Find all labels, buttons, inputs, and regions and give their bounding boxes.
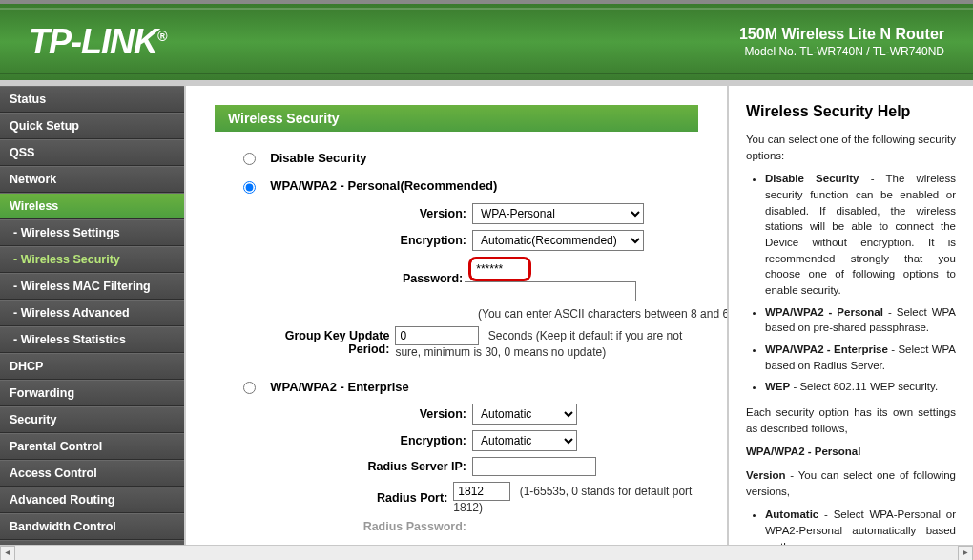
wpa-personal-option: WPA/WPA2 - Personal(Recommended) — [243, 178, 698, 193]
ent-version-select[interactable]: Automatic — [472, 404, 577, 425]
password-input[interactable] — [472, 260, 528, 278]
scroll-right-icon[interactable]: ► — [958, 546, 973, 561]
password-highlight — [468, 257, 531, 281]
product-name: 150M Wireless Lite N Router — [739, 26, 944, 43]
group-key-label: Group Key Update Period: — [272, 329, 395, 356]
password-label: Password: — [272, 272, 468, 285]
help-bullet: Disable Security - The wireless security… — [765, 171, 956, 298]
brand-logo: TP-LINK® — [29, 22, 166, 62]
sidebar-item-wireless-advanced[interactable]: - Wireless Advanced — [0, 300, 184, 326]
wpa-enterprise-label: WPA/WPA2 - Enterprise — [270, 380, 408, 394]
version-label: Version: — [272, 207, 472, 220]
radius-ip-input[interactable] — [472, 457, 596, 476]
sidebar-item-bandwidth-control[interactable]: Bandwidth Control — [0, 513, 184, 540]
help-bullet: WPA/WPA2 - Personal - Select WPA based o… — [765, 304, 956, 336]
header-info: 150M Wireless Lite N Router Model No. TL… — [739, 26, 944, 58]
radius-ip-label: Radius Server IP: — [272, 460, 472, 473]
sidebar: Status Quick Setup QSS Network Wireless … — [0, 86, 186, 560]
sidebar-item-security[interactable]: Security — [0, 406, 184, 433]
sidebar-item-qss[interactable]: QSS — [0, 139, 184, 166]
sidebar-item-wireless-security[interactable]: - Wireless Security — [0, 246, 184, 273]
sidebar-item-dhcp[interactable]: DHCP — [0, 353, 184, 380]
disable-security-option: Disable Security — [243, 151, 698, 165]
wpa-personal-radio[interactable] — [243, 181, 256, 194]
help-bullet: WEP - Select 802.11 WEP security. — [765, 379, 956, 395]
main-content: Wireless Security Disable Security WPA/W… — [186, 86, 727, 560]
wpa-personal-label: WPA/WPA2 - Personal(Recommended) — [270, 178, 497, 193]
scroll-left-icon[interactable]: ◄ — [0, 546, 15, 561]
sidebar-item-wireless-settings[interactable]: - Wireless Settings — [0, 219, 184, 246]
help-title: Wireless Security Help — [746, 103, 956, 120]
sidebar-item-advanced-routing[interactable]: Advanced Routing — [0, 487, 184, 513]
header: TP-LINK® 150M Wireless Lite N Router Mod… — [0, 0, 973, 86]
ent-version-label: Version: — [272, 407, 472, 421]
sidebar-item-wireless-mac-filtering[interactable]: - Wireless MAC Filtering — [0, 273, 184, 300]
radius-port-label: Radius Port: — [272, 491, 453, 505]
version-select[interactable]: WPA-Personal — [472, 203, 644, 224]
encryption-select[interactable]: Automatic(Recommended) — [472, 230, 644, 251]
horizontal-scrollbar[interactable]: ◄ ► — [0, 545, 973, 560]
page-title: Wireless Security — [215, 105, 698, 132]
help-bullet-list: Disable Security - The wireless security… — [765, 171, 956, 395]
help-version-text: Version - You can select one of followin… — [746, 467, 956, 499]
sidebar-item-wireless-statistics[interactable]: - Wireless Statistics — [0, 326, 184, 353]
radius-pw-label: Radius Password: — [272, 520, 472, 533]
wpa-enterprise-option: WPA/WPA2 - Enterprise — [243, 380, 698, 394]
radius-port-input[interactable] — [453, 482, 510, 501]
sidebar-item-parental-control[interactable]: Parental Control — [0, 433, 184, 460]
scroll-track[interactable] — [15, 546, 958, 561]
help-section-title: WPA/WPA2 - Personal — [746, 444, 956, 460]
wpa-enterprise-radio[interactable] — [243, 382, 256, 394]
sidebar-item-status[interactable]: Status — [0, 86, 184, 113]
sidebar-item-wireless[interactable]: Wireless — [0, 193, 184, 219]
help-bullet: WPA/WPA2 - Enterprise - Select WPA based… — [765, 342, 956, 373]
help-each: Each security option has its own setting… — [746, 404, 956, 436]
help-panel: Wireless Security Help You can select on… — [727, 86, 973, 560]
encryption-label: Encryption: — [272, 234, 472, 247]
sidebar-item-access-control[interactable]: Access Control — [0, 460, 184, 487]
disable-security-label: Disable Security — [270, 151, 366, 165]
ent-encryption-label: Encryption: — [272, 434, 472, 447]
sidebar-item-network[interactable]: Network — [0, 166, 184, 193]
group-key-input[interactable] — [395, 326, 479, 345]
help-intro: You can select one of the following secu… — [746, 132, 956, 163]
sidebar-item-quick-setup[interactable]: Quick Setup — [0, 113, 184, 139]
sidebar-item-forwarding[interactable]: Forwarding — [0, 380, 184, 406]
model-number: Model No. TL-WR740N / TL-WR740ND — [739, 45, 944, 58]
disable-security-radio[interactable] — [243, 153, 256, 165]
ent-encryption-select[interactable]: Automatic — [472, 430, 577, 451]
password-hint: (You can enter ASCII characters between … — [478, 307, 698, 321]
